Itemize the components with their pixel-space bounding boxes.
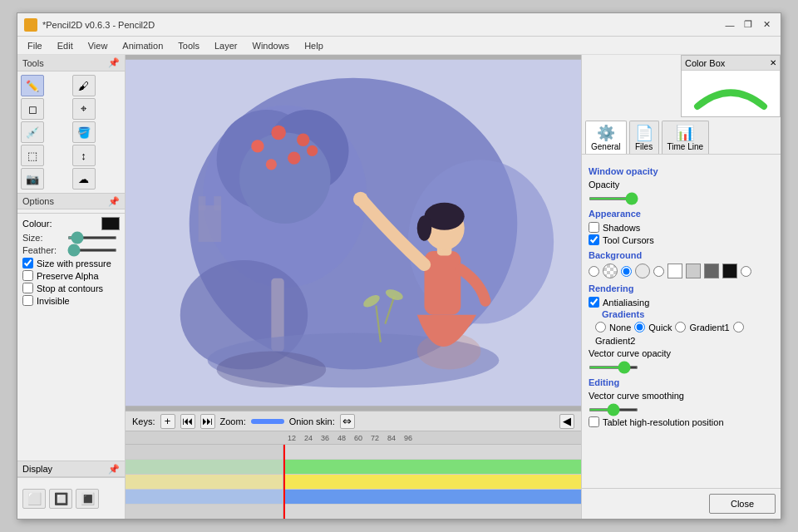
bg-swatch-checker[interactable] xyxy=(603,264,618,278)
tablet-checkbox[interactable] xyxy=(589,416,599,427)
bg-radio-4[interactable] xyxy=(741,266,751,277)
menu-layer[interactable]: Layer xyxy=(208,39,244,52)
ruler-96: 96 xyxy=(400,434,416,442)
tool-eyedropper[interactable]: 💉 xyxy=(21,121,44,143)
track-row-1[interactable] xyxy=(283,445,581,460)
menu-bar: File Edit View Animation Tools Layer Win… xyxy=(17,37,781,55)
grad-gradient2-radio[interactable] xyxy=(733,322,744,332)
menu-animation[interactable]: Animation xyxy=(116,39,170,52)
tool-brush[interactable]: 🖌 xyxy=(72,75,96,96)
size-pressure-label: Size with pressure xyxy=(37,259,111,268)
track-row-2[interactable] xyxy=(283,460,581,475)
title-bar: *Pencil2D v0.6.3 - Pencil2D — ❐ ✕ xyxy=(17,13,781,37)
tool-lasso[interactable]: ⌖ xyxy=(72,98,96,120)
close-window-button[interactable]: ✕ xyxy=(759,18,774,32)
tool-transform[interactable]: ↕ xyxy=(72,145,96,166)
bg-swatch-black[interactable] xyxy=(722,264,737,278)
opacity-slider[interactable] xyxy=(589,197,638,200)
smoothing-label: Vector curve smoothing xyxy=(589,391,684,401)
tool-cursors-row: Tool Cursors xyxy=(589,234,774,245)
track-row-4[interactable] xyxy=(283,490,581,505)
preserve-alpha-checkbox[interactable] xyxy=(22,270,33,281)
tools-label: Tools xyxy=(22,58,44,68)
tool-eraser[interactable]: ◻ xyxy=(21,98,44,120)
bg-radio-2[interactable] xyxy=(621,266,632,277)
options-header: Options 📌 xyxy=(17,193,125,209)
antialiasing-checkbox[interactable] xyxy=(589,297,599,308)
tool-fill[interactable]: 🪣 xyxy=(72,121,96,143)
tool-cursors-checkbox[interactable] xyxy=(589,234,599,245)
smoothing-slider[interactable] xyxy=(589,408,638,411)
preserve-alpha-label: Preserve Alpha xyxy=(37,271,99,281)
tool-pencil[interactable]: ✏️ xyxy=(21,75,44,96)
menu-file[interactable]: File xyxy=(21,39,49,52)
bg-swatch-white[interactable] xyxy=(667,264,682,278)
colour-row: Colour: xyxy=(22,217,120,230)
feather-slider[interactable] xyxy=(67,249,117,252)
color-box-header: Color Box ✕ xyxy=(682,56,780,71)
grad-gradient2-label: Gradient2 xyxy=(595,336,635,346)
tl-next-key[interactable]: ⏭ xyxy=(200,414,215,429)
vector-opacity-slider[interactable] xyxy=(589,366,638,369)
tl-add-key[interactable]: + xyxy=(160,414,175,429)
tablet-label: Tablet high-resolution position xyxy=(603,417,724,427)
size-pressure-row: Size with pressure xyxy=(22,258,120,268)
grad-gradient1-radio[interactable] xyxy=(675,322,686,332)
tab-timeline-icon: 📊 xyxy=(676,124,694,142)
menu-view[interactable]: View xyxy=(81,39,115,52)
menu-edit[interactable]: Edit xyxy=(51,39,80,52)
bg-swatch-lightgray[interactable] xyxy=(686,264,701,278)
color-box-close[interactable]: ✕ xyxy=(770,58,776,67)
track-row-5[interactable] xyxy=(283,505,581,519)
tl-collapse[interactable]: ◀ xyxy=(559,414,574,429)
tl-prev-key[interactable]: ⏮ xyxy=(180,414,195,429)
maximize-button[interactable]: ❐ xyxy=(741,18,756,32)
antialiasing-label: Antialiasing xyxy=(603,298,649,308)
display-btn-3[interactable]: 🔳 xyxy=(76,489,99,509)
track-row-3[interactable] xyxy=(283,475,581,490)
display-header: Display 📌 xyxy=(17,461,125,477)
display-btn-2[interactable]: 🔲 xyxy=(49,489,72,509)
tab-general-label: General xyxy=(591,142,621,151)
canvas-area: Keys: + ⏮ ⏭ Zoom: Onion skin: ⇔ ◀ 12 24 xyxy=(126,55,581,519)
tab-timeline[interactable]: 📊 Time Line xyxy=(662,121,710,154)
invisible-checkbox[interactable] xyxy=(22,295,33,306)
shadows-checkbox[interactable] xyxy=(589,222,599,233)
bg-radio-3[interactable] xyxy=(653,266,664,277)
display-btn-1[interactable]: ⬜ xyxy=(22,489,46,509)
grad-none-radio[interactable] xyxy=(595,322,606,332)
size-pressure-checkbox[interactable] xyxy=(22,258,33,268)
tab-timeline-label: Time Line xyxy=(667,142,704,151)
bg-swatch-dot[interactable] xyxy=(635,264,650,278)
track-labels xyxy=(126,445,283,519)
menu-help[interactable]: Help xyxy=(298,39,330,52)
tool-camera[interactable]: 📷 xyxy=(21,168,44,190)
grad-quick-radio[interactable] xyxy=(634,322,645,332)
bg-swatch-darkgray[interactable] xyxy=(704,264,719,278)
menu-windows[interactable]: Windows xyxy=(246,39,297,52)
colour-swatch[interactable] xyxy=(101,217,120,230)
stop-contours-checkbox[interactable] xyxy=(22,283,33,293)
tab-files[interactable]: 📄 Files xyxy=(629,121,659,154)
opacity-row: Opacity xyxy=(589,180,774,190)
canvas-viewport xyxy=(126,55,581,411)
tool-select[interactable]: ⬚ xyxy=(21,145,44,166)
tools-pin: 📌 xyxy=(108,57,120,68)
feather-row: Feather: 0.0 xyxy=(22,245,120,255)
tl-onion-btn[interactable]: ⇔ xyxy=(340,414,355,429)
display-pin: 📌 xyxy=(108,464,120,475)
ruler-60: 60 xyxy=(350,434,367,442)
svg-point-14 xyxy=(307,145,318,156)
bg-radio-1[interactable] xyxy=(589,266,599,277)
size-label: Size: xyxy=(22,233,64,243)
tool-smudge[interactable]: ☁ xyxy=(72,168,96,190)
colour-label: Colour: xyxy=(22,219,52,229)
tab-general[interactable]: ⚙️ General xyxy=(585,121,627,154)
menu-tools[interactable]: Tools xyxy=(171,39,206,52)
section-editing: Editing xyxy=(589,377,774,387)
svg-point-11 xyxy=(297,134,309,146)
zoom-slider[interactable] xyxy=(251,419,284,424)
close-button[interactable]: Close xyxy=(709,494,776,514)
minimize-button[interactable]: — xyxy=(722,18,737,32)
size-slider[interactable] xyxy=(67,236,117,239)
